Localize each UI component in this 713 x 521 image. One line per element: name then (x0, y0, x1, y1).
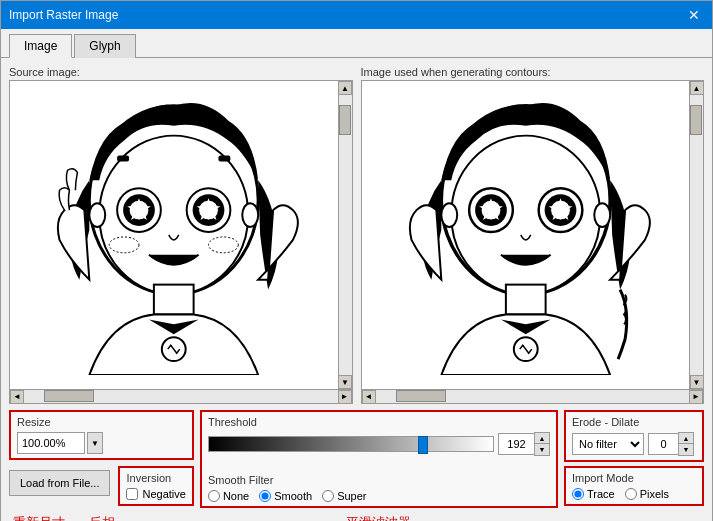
erode-dilate-row: No filter Erode Dilate ▲ ▼ (572, 432, 696, 456)
erode-value-input[interactable] (648, 433, 678, 455)
source-scroll-track-h[interactable] (24, 390, 338, 403)
mode-radio-trace[interactable] (572, 488, 584, 500)
contours-scroll-down[interactable]: ▼ (690, 375, 704, 389)
contours-image-container: ▲ ▼ (361, 80, 705, 390)
smooth-option-smooth: Smooth (259, 490, 312, 502)
tab-image[interactable]: Image (9, 34, 72, 58)
dialog-title: Import Raster Image (9, 8, 118, 22)
mode-radio-pixels[interactable] (625, 488, 637, 500)
negative-label[interactable]: Negative (142, 488, 185, 500)
smooth-filter-label: Smooth Filter (208, 474, 550, 486)
svg-rect-32 (505, 285, 545, 315)
contours-scroll-left[interactable]: ◄ (362, 390, 376, 404)
source-image-label: Source image: (9, 66, 353, 78)
negative-checkbox[interactable] (126, 488, 138, 500)
close-button[interactable]: ✕ (684, 5, 704, 25)
threshold-value-input[interactable] (498, 433, 534, 455)
erode-dilate-label: Erode - Dilate (572, 416, 696, 428)
resize-label: Resize (17, 416, 186, 428)
smooth-option-none: None (208, 490, 249, 502)
erode-spin-down[interactable]: ▼ (679, 444, 693, 455)
source-scroll-track-v[interactable] (339, 95, 352, 375)
svg-rect-15 (154, 285, 194, 315)
source-scroll-left[interactable]: ◄ (10, 390, 24, 404)
svg-point-14 (242, 203, 258, 227)
threshold-slider-thumb[interactable] (418, 436, 428, 454)
contours-image-label: Image used when generating contours: (361, 66, 705, 78)
source-scroll-up[interactable]: ▲ (338, 81, 352, 95)
tab-glyph[interactable]: Glyph (74, 34, 135, 58)
source-image-display (10, 81, 338, 375)
smooth-radio-smooth[interactable] (259, 490, 271, 502)
chinese-row-left: 重新尺寸 反相 (9, 514, 194, 521)
svg-point-13 (89, 203, 105, 227)
tab-bar: Image Glyph (1, 29, 712, 58)
import-mode-radio-row: Trace Pixels (572, 488, 696, 500)
smooth-radio-super[interactable] (322, 490, 334, 502)
smooth-label-smooth[interactable]: Smooth (274, 490, 312, 502)
col2: Threshold ▲ ▼ (200, 410, 558, 521)
smooth-label-super[interactable]: Super (337, 490, 366, 502)
contours-image-svg (362, 81, 690, 375)
source-scroll-thumb-h[interactable] (44, 390, 94, 402)
resize-input-row: ▼ (17, 432, 186, 454)
contours-scroll-track-v[interactable] (690, 95, 703, 375)
load-from-file-button[interactable]: Load from File... (9, 470, 110, 496)
erode-spin-buttons: ▲ ▼ (678, 432, 694, 456)
threshold-spin-down[interactable]: ▼ (535, 444, 549, 455)
source-image-container: ▲ ▼ (9, 80, 353, 390)
threshold-gradient-track (208, 436, 494, 452)
resize-box: Resize ▼ (9, 410, 194, 460)
svg-point-31 (594, 203, 610, 227)
mode-label-trace[interactable]: Trace (587, 488, 615, 500)
contours-scroll-up[interactable]: ▲ (690, 81, 704, 95)
chinese-label-smooth: 平滑滤波器 (200, 514, 558, 521)
negative-checkbox-row: Negative (126, 488, 185, 500)
import-mode-box: Import Mode Trace Pixels (564, 466, 704, 506)
inversion-box: Inversion Negative (118, 466, 193, 506)
threshold-label: Threshold (208, 416, 550, 428)
import-raster-dialog: Import Raster Image ✕ Image Glyph Source… (0, 0, 713, 521)
svg-point-30 (441, 203, 457, 227)
erode-spin-up[interactable]: ▲ (679, 433, 693, 444)
threshold-spin-up[interactable]: ▲ (535, 433, 549, 444)
smooth-filter-radio-row: None Smooth Super (208, 490, 550, 502)
smooth-label-none[interactable]: None (223, 490, 249, 502)
erode-dilate-box: Erode - Dilate No filter Erode Dilate ▲ … (564, 410, 704, 462)
dialog-content: Source image: (1, 58, 712, 521)
erode-spinbox: ▲ ▼ (648, 432, 694, 456)
contours-image-display (362, 81, 690, 375)
resize-dropdown-arrow[interactable]: ▼ (87, 432, 103, 454)
contours-scroll-right[interactable]: ► (689, 390, 703, 404)
import-mode-pixels: Pixels (625, 488, 669, 500)
load-inversion-row: Load from File... Inversion Negative (9, 466, 194, 506)
mode-label-pixels[interactable]: Pixels (640, 488, 669, 500)
smooth-radio-none[interactable] (208, 490, 220, 502)
resize-input[interactable] (17, 432, 85, 454)
erode-filter-select[interactable]: No filter Erode Dilate (572, 433, 644, 455)
smooth-option-super: Super (322, 490, 366, 502)
chinese-label-inversion: 反相 (89, 514, 115, 521)
col3: Erode - Dilate No filter Erode Dilate ▲ … (564, 410, 704, 521)
contours-scroll-v[interactable]: ▲ ▼ (689, 81, 703, 389)
source-image-panel: Source image: (9, 66, 353, 404)
source-scroll-right[interactable]: ► (338, 390, 352, 404)
load-section: Load from File... (9, 466, 110, 496)
source-scroll-h[interactable]: ◄ ► (9, 390, 353, 404)
contours-scroll-track-h[interactable] (376, 390, 690, 403)
threshold-spin-buttons: ▲ ▼ (534, 432, 550, 456)
source-scroll-down[interactable]: ▼ (338, 375, 352, 389)
threshold-smooth-box: Threshold ▲ ▼ (200, 410, 558, 508)
source-scroll-v[interactable]: ▲ ▼ (338, 81, 352, 389)
threshold-section: Threshold ▲ ▼ (208, 416, 550, 470)
svg-rect-18 (218, 155, 230, 161)
images-row: Source image: (9, 66, 704, 404)
contours-scroll-h[interactable]: ◄ ► (361, 390, 705, 404)
inversion-label: Inversion (126, 472, 185, 484)
contours-scroll-thumb-v[interactable] (690, 105, 702, 135)
source-scroll-thumb-v[interactable] (339, 105, 351, 135)
contours-scroll-thumb-h[interactable] (396, 390, 446, 402)
title-bar: Import Raster Image ✕ (1, 1, 712, 29)
controls-area: Resize ▼ Load from File... Inversion (9, 410, 704, 521)
col1: Resize ▼ Load from File... Inversion (9, 410, 194, 521)
